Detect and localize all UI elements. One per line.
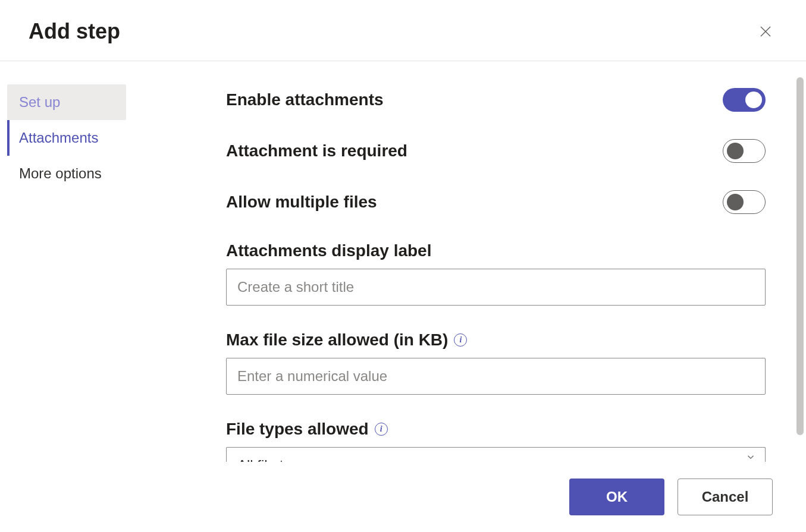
sidebar-item-label: Attachments bbox=[19, 130, 98, 146]
close-icon bbox=[758, 24, 773, 39]
enable-attachments-label: Enable attachments bbox=[226, 90, 384, 109]
attachment-required-toggle[interactable] bbox=[723, 139, 766, 163]
max-size-heading: Max file size allowed (in KB) i bbox=[226, 330, 766, 350]
ok-button[interactable]: OK bbox=[569, 479, 664, 515]
file-types-group: File types allowed i All file types bbox=[226, 420, 766, 467]
sidebar: Set up Attachments More options bbox=[0, 67, 167, 467]
attachment-required-row: Attachment is required bbox=[226, 139, 766, 163]
sidebar-item-setup[interactable]: Set up bbox=[7, 84, 126, 120]
display-label-group: Attachments display label bbox=[226, 241, 766, 306]
toggle-knob bbox=[745, 92, 762, 108]
enable-attachments-toggle[interactable] bbox=[723, 88, 766, 112]
display-label-heading: Attachments display label bbox=[226, 241, 766, 260]
sidebar-item-label: More options bbox=[19, 165, 102, 181]
info-icon[interactable]: i bbox=[375, 423, 388, 436]
display-label-text: Attachments display label bbox=[226, 241, 431, 260]
info-icon[interactable]: i bbox=[454, 333, 467, 347]
dialog-header: Add step bbox=[0, 0, 806, 61]
sidebar-item-label: Set up bbox=[19, 94, 60, 110]
file-types-text: File types allowed bbox=[226, 420, 369, 439]
max-size-input[interactable] bbox=[226, 358, 766, 395]
max-size-text: Max file size allowed (in KB) bbox=[226, 330, 448, 350]
close-button[interactable] bbox=[754, 20, 777, 43]
attachment-required-label: Attachment is required bbox=[226, 141, 407, 160]
enable-attachments-row: Enable attachments bbox=[226, 88, 766, 112]
dialog-footer: OK Cancel bbox=[0, 462, 806, 532]
sidebar-item-attachments[interactable]: Attachments bbox=[7, 120, 167, 156]
toggle-knob bbox=[727, 194, 744, 210]
allow-multiple-toggle[interactable] bbox=[723, 190, 766, 214]
main-panel: Enable attachments Attachment is require… bbox=[167, 67, 806, 467]
max-size-group: Max file size allowed (in KB) i bbox=[226, 330, 766, 395]
dialog-title: Add step bbox=[29, 19, 120, 44]
file-types-heading: File types allowed i bbox=[226, 420, 766, 439]
allow-multiple-label: Allow multiple files bbox=[226, 193, 377, 212]
cancel-button[interactable]: Cancel bbox=[678, 479, 773, 515]
dialog-body: Set up Attachments More options Enable a… bbox=[0, 67, 806, 467]
scrollbar[interactable] bbox=[796, 77, 804, 435]
display-label-input[interactable] bbox=[226, 269, 766, 306]
allow-multiple-row: Allow multiple files bbox=[226, 190, 766, 214]
sidebar-item-more-options[interactable]: More options bbox=[7, 156, 167, 191]
toggle-knob bbox=[727, 143, 744, 159]
